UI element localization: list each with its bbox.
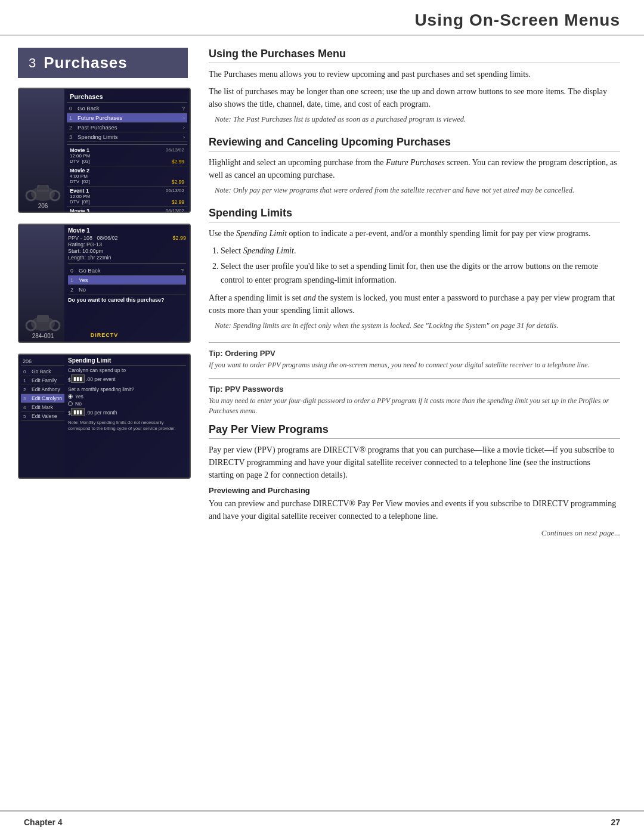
tv-radio-yes: Yes [68, 394, 186, 400]
tv-detail-rating: Rating: PG-13 [68, 241, 186, 247]
tv-spending-title: Spending Limit [68, 357, 186, 366]
spending-menu-valerie: 5 Edit Valerie [21, 412, 71, 421]
spending-steps: Select Spending Limit. Select the user p… [221, 244, 620, 287]
tips-section-passwords: Tip: PPV Passwords You may need to enter… [209, 378, 620, 417]
subheading-previewing: Previewing and Purchasing [209, 486, 620, 495]
page-footer: Chapter 4 27 [0, 810, 644, 833]
tv-radio-no-btn [68, 401, 73, 406]
tv-radio-no: No [68, 401, 186, 407]
tv-radio-yes-btn [68, 394, 73, 399]
tv-menu-item-spending: 3 Spending Limits › [67, 132, 187, 142]
purchase-row-4: Movie 306/13/02 10:00 PM DTV [03]$2.99 [67, 207, 187, 213]
tip-body-passwords: You may need to enter your four-digit pa… [209, 396, 620, 417]
tv-cancel-no: 2 No [68, 285, 186, 295]
tv-per-month-label: .00 per month [85, 410, 117, 416]
para-ppv-2: You can preview and purchase DIRECTV® Pa… [209, 497, 620, 522]
tv-detail-menu: Movie 1 PPV - 108 08/06/02 $2.99 Rating:… [64, 225, 190, 342]
section-title: Purchases [44, 54, 128, 72]
para-spending-1: Use the Spending Limit option to indicat… [209, 227, 620, 240]
tv-background-3: 206 0 Go Back 1 Edit Family 2 Edit Antho… [19, 355, 190, 478]
para-using-1: The Purchases menu allows you to review … [209, 68, 620, 80]
note-spending: Note: Spending limits are in effect only… [215, 321, 620, 330]
left-column: 3 Purchases 206 Purchases [0, 36, 197, 562]
footer-chapter: Chapter 4 [24, 817, 63, 827]
tip-title-passwords: Tip: PPV Passwords [209, 385, 620, 394]
spending-menu-mark: 4 Edit Mark [21, 403, 71, 412]
tv-detail-ppv-row: PPV - 108 08/06/02 $2.99 [68, 235, 186, 241]
subsection-spending: Spending Limits Use the Spending Limit o… [209, 207, 620, 330]
tv-thumbnail-2: 284-001 [19, 225, 67, 342]
heading-ppv: Pay Per View Programs [209, 423, 620, 439]
heading-spending: Spending Limits [209, 207, 620, 222]
tv-per-event-label: .00 per event [85, 376, 116, 382]
subsection-using-purchases: Using the Purchases Menu The Purchases m… [209, 48, 620, 124]
spending-menu-carolynn: 3 Edit Carolynn [21, 394, 71, 403]
tv-spending-menu: Spending Limit Carolynn can spend up to … [64, 355, 190, 478]
spending-menu-family: 1 Edit Family [21, 376, 71, 385]
screen-purchases-list: 206 Purchases 0 Go Back ? 1 Future Purch… [18, 88, 191, 213]
tv-cancel-goback: 0 Go Back ? [68, 266, 186, 275]
channel-num-2: 284-001 [32, 333, 54, 339]
continues-text: Continues on next page... [209, 528, 620, 538]
subsection-ppv: Pay Per View Programs Pay per view (PPV)… [209, 423, 620, 538]
tip-title-ordering: Tip: Ordering PPV [209, 349, 620, 358]
para-spending-2: After a spending limit is set and the sy… [209, 292, 620, 317]
para-ppv-1: Pay per view (PPV) programs are DIRECTV®… [209, 444, 620, 481]
tv-monthly-question: Set a monthly spending limit? [68, 386, 186, 392]
directv-logo: DIRECTV [91, 332, 119, 338]
svg-rect-8 [37, 315, 49, 322]
section-number: 3 [29, 55, 36, 71]
tv-cancel-yes: 1 Yes [68, 275, 186, 285]
section-title-box: 3 Purchases [18, 48, 188, 78]
screen-cancel-purchase: 284-001 Movie 1 PPV - 108 08/06/02 $2.99… [18, 224, 191, 343]
main-content: 3 Purchases 206 Purchases [0, 36, 644, 562]
page-header: Using On-Screen Menus [0, 0, 644, 36]
tv-cancel-question: Do you want to cancel this purchase? [68, 297, 186, 303]
heading-reviewing: Reviewing and Canceling Upcoming Purchas… [209, 136, 620, 151]
tv-spending-note: Note: Monthly spending limits do not nec… [68, 420, 186, 432]
page-title: Using On-Screen Menus [24, 11, 620, 30]
tv-spending-input-event[interactable]: ▮▮▮ [71, 374, 85, 383]
tv-thumbnail-1: 206 [19, 89, 67, 212]
tv-menu-item-past: 2 Past Purchases › [67, 123, 187, 132]
purchase-row-1: Movie 106/13/02 12:00 PM DTV [03]$2.99 [67, 146, 187, 166]
screen-spending-limit: 206 0 Go Back 1 Edit Family 2 Edit Antho… [18, 354, 191, 479]
para-reviewing-1: Highlight and select an upcoming purchas… [209, 156, 620, 181]
tips-section-ordering: Tip: Ordering PPV If you want to order P… [209, 342, 620, 370]
tv-detail-title: Movie 1 [68, 227, 186, 234]
tv-detail-start: Start: 10:00pm [68, 248, 186, 254]
tv-menu-item-future: 1 Future Purchases › [67, 113, 187, 123]
channel-num-1: 206 [38, 203, 48, 209]
note-using: Note: The Past Purchases list is updated… [215, 115, 620, 124]
tv-spending-input-month[interactable]: ▮▮▮ [71, 408, 85, 416]
step-1: Select Spending Limit. [221, 244, 620, 258]
tip-body-ordering: If you want to order PPV programs using … [209, 360, 620, 370]
purchase-row-2: Movie 2 4:00 PM DTV [02]$2.99 [67, 166, 187, 187]
tv-menu-item-goback-1: 0 Go Back ? [67, 104, 187, 113]
tv-spending-carolynn: Carolynn can spend up to [68, 367, 186, 373]
heading-using-purchases: Using the Purchases Menu [209, 48, 620, 63]
tv-menu-title-1: Purchases [67, 91, 187, 103]
step-2: Select the user profile you'd like to se… [221, 260, 620, 287]
tv-menu-1: Purchases 0 Go Back ? 1 Future Purchases… [64, 89, 190, 212]
footer-page-number: 27 [611, 817, 620, 827]
tv-detail-length: Length: 1hr 22min [68, 255, 186, 261]
purchase-row-3: Event 106/13/02 12:00 PM DTV [05]$2.99 [67, 187, 187, 207]
spending-menu-anthony: 2 Edit Anthony [21, 385, 71, 394]
tv-background-2: 284-001 Movie 1 PPV - 108 08/06/02 $2.99… [19, 225, 190, 342]
spending-menu-goback: 0 Go Back [21, 367, 71, 376]
note-reviewing: Note: Only pay per view programs that we… [215, 186, 620, 195]
tv-background-1: 206 Purchases 0 Go Back ? 1 Future Purch… [19, 89, 190, 212]
right-column: Using the Purchases Menu The Purchases m… [197, 36, 644, 562]
subsection-reviewing: Reviewing and Canceling Upcoming Purchas… [209, 136, 620, 195]
para-using-2: The list of purchases may be longer than… [209, 85, 620, 110]
